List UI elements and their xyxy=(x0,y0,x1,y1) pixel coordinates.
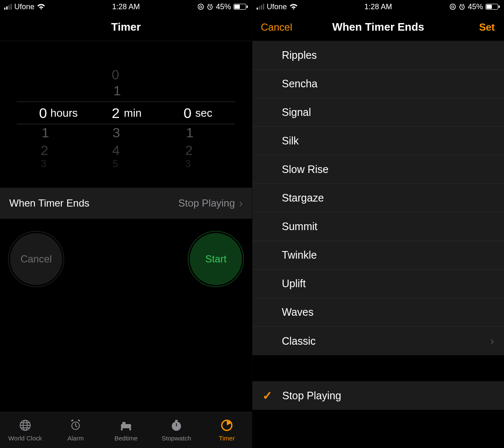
picker-ghost: 2 xyxy=(185,143,193,158)
stopwatch-icon xyxy=(169,419,184,433)
picker-ghost: 3 xyxy=(41,158,46,170)
ringtone-label: Waves xyxy=(282,306,313,318)
when-timer-ends-screen: Ufone 1:28 AM 45% Cancel When Timer Ends… xyxy=(252,0,504,448)
tab-timer[interactable]: Timer xyxy=(202,412,252,448)
wifi-icon xyxy=(37,4,45,10)
picker-ghost: 5 xyxy=(113,158,118,170)
picker-ghost: 1 xyxy=(186,125,194,141)
page-title: Timer xyxy=(111,21,141,34)
header: Cancel When Timer Ends Set xyxy=(252,13,504,41)
carrier-label: Ufone xyxy=(267,3,287,11)
tab-label: Stopwatch xyxy=(162,435,191,442)
ringtone-label: Silk xyxy=(282,135,299,147)
picker-ghost: 3 xyxy=(113,125,120,141)
bed-icon xyxy=(119,419,133,433)
svg-point-13 xyxy=(450,4,455,10)
header: Timer xyxy=(0,13,252,41)
ringtone-item[interactable]: Uplift xyxy=(252,270,504,298)
ringtone-item[interactable]: Classic› xyxy=(252,327,504,355)
wifi-icon xyxy=(289,4,298,10)
status-bar: Ufone 1:28 AM 45% xyxy=(252,0,504,13)
picker-hours-label: hours xyxy=(50,107,78,120)
rotation-lock-icon xyxy=(449,3,456,10)
ringtone-label: Classic xyxy=(282,335,316,347)
rotation-lock-icon xyxy=(197,3,204,10)
picker-sec-label: sec xyxy=(195,107,212,120)
stop-playing-row[interactable]: ✓ Stop Playing xyxy=(252,381,504,410)
alarm-clock-icon xyxy=(68,419,83,433)
chevron-right-icon: › xyxy=(239,197,243,210)
ringtone-label: Twinkle xyxy=(282,249,317,261)
tab-label: Alarm xyxy=(67,435,84,442)
cell-signal-icon xyxy=(257,4,264,10)
picker-ghost: 2 xyxy=(41,143,48,158)
set-button[interactable]: Set xyxy=(479,21,495,33)
svg-rect-9 xyxy=(122,422,126,424)
picker-ghost: 1 xyxy=(42,125,49,141)
status-bar: Ufone 1:28 AM 45% xyxy=(0,0,252,13)
timer-screen: Ufone 1:28 AM 45% Timer 0 1 1 2 3 xyxy=(0,0,252,448)
when-timer-ends-value: Stop Playing xyxy=(178,197,235,209)
ringtone-item[interactable]: Ripples xyxy=(252,41,504,70)
picker-ghost: 0 xyxy=(112,67,119,83)
ringtone-list[interactable]: RipplesSenchaSignalSilkSlow RiseStargaze… xyxy=(252,41,504,448)
tab-bedtime[interactable]: Bedtime xyxy=(101,412,151,448)
ringtone-item[interactable]: Sencha xyxy=(252,70,504,98)
cancel-button[interactable]: Cancel xyxy=(261,21,292,33)
ringtone-item[interactable]: Twinkle xyxy=(252,241,504,270)
alarm-icon xyxy=(459,3,465,10)
ringtone-item[interactable]: Silk xyxy=(252,127,504,155)
tab-bar: World Clock Alarm Bedtime Stopwatch Time… xyxy=(0,412,252,448)
alarm-icon xyxy=(207,3,213,10)
svg-point-0 xyxy=(198,4,203,10)
ringtone-label: Ripples xyxy=(282,49,317,61)
battery-icon xyxy=(234,4,248,10)
picker-ghost: 1 xyxy=(113,83,121,99)
ringtone-item[interactable]: Waves xyxy=(252,298,504,327)
ringtone-label: Slow Rise xyxy=(282,163,328,176)
ringtone-label: Stargaze xyxy=(282,192,324,204)
tab-stopwatch[interactable]: Stopwatch xyxy=(151,412,202,448)
cell-signal-icon xyxy=(4,4,12,10)
ringtone-label: Summit xyxy=(282,220,318,233)
ringtone-item[interactable]: Summit xyxy=(252,212,504,241)
battery-icon xyxy=(486,4,500,10)
ringtone-label: Sencha xyxy=(282,78,318,90)
ringtone-label: Uplift xyxy=(282,278,306,290)
when-timer-ends-row[interactable]: When Timer Ends Stop Playing › xyxy=(0,188,252,219)
tab-alarm[interactable]: Alarm xyxy=(50,412,101,448)
globe-icon xyxy=(18,419,32,433)
battery-pct: 45% xyxy=(216,3,231,11)
svg-rect-11 xyxy=(175,420,178,422)
page-title: When Timer Ends xyxy=(332,21,424,34)
start-button-label: Start xyxy=(205,253,227,265)
list-gap xyxy=(252,355,504,381)
carrier-label: Ufone xyxy=(14,3,34,11)
picker-ghost: 4 xyxy=(112,143,120,158)
start-button[interactable]: Start xyxy=(190,233,242,285)
picker-selected-row: 0 hours 2 min 0 sec xyxy=(0,102,252,124)
ringtone-item[interactable]: Signal xyxy=(252,98,504,127)
picker-ghost: 3 xyxy=(185,158,191,170)
ringtone-item[interactable]: Stargaze xyxy=(252,184,504,212)
tab-label: World Clock xyxy=(8,435,42,442)
picker-min-label: min xyxy=(124,107,142,120)
cancel-button-label: Cancel xyxy=(21,253,52,265)
when-timer-ends-label: When Timer Ends xyxy=(9,197,89,209)
svg-rect-7 xyxy=(121,428,123,430)
list-bottom-fill xyxy=(252,410,504,448)
picker-sec-value: 0 xyxy=(184,105,192,121)
picker-hours-value: 0 xyxy=(39,105,47,121)
svg-rect-8 xyxy=(129,428,131,430)
svg-rect-6 xyxy=(121,424,131,428)
ringtone-label: Signal xyxy=(282,106,311,118)
timer-buttons-row: Cancel Start xyxy=(0,219,252,299)
chevron-right-icon: › xyxy=(491,335,494,347)
timer-icon xyxy=(220,419,234,433)
tab-world-clock[interactable]: World Clock xyxy=(0,412,50,448)
cancel-button[interactable]: Cancel xyxy=(10,233,62,285)
tab-label: Bedtime xyxy=(114,435,137,442)
time-picker[interactable]: 0 1 1 2 3 3 4 5 1 2 3 0 hours 2 min 0 se… xyxy=(0,41,252,182)
ringtone-item[interactable]: Slow Rise xyxy=(252,155,504,184)
checkmark-icon: ✓ xyxy=(262,389,272,403)
